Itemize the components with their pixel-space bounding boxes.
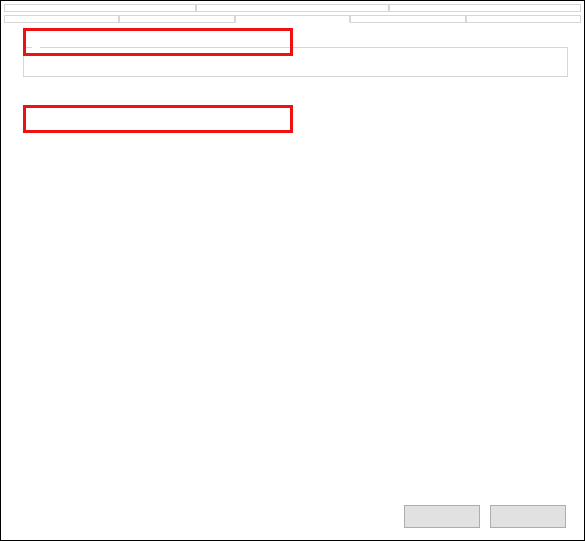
- global-hotkeys-group: [23, 47, 568, 77]
- tab-general[interactable]: [4, 15, 119, 23]
- tab-supported-types[interactable]: [119, 15, 234, 23]
- tab-copy-buffers[interactable]: [350, 15, 465, 23]
- tab-keyboard-shortcuts[interactable]: [235, 15, 350, 23]
- highlight-text-only-paste: [23, 105, 293, 133]
- ok-button[interactable]: [404, 505, 480, 528]
- tab-row-top: [1, 1, 584, 12]
- tab-row-bottom: [1, 12, 584, 23]
- tab-stats[interactable]: [196, 4, 388, 12]
- tab-quick-paste-keyboard[interactable]: [466, 15, 581, 23]
- cancel-button[interactable]: [490, 505, 566, 528]
- tab-friends[interactable]: [4, 4, 196, 12]
- tab-about[interactable]: [389, 4, 581, 12]
